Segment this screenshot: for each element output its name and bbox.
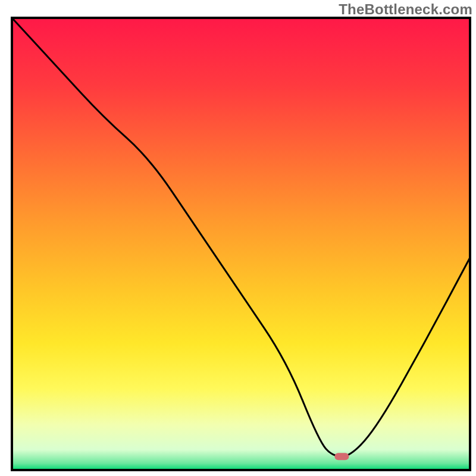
bottleneck-chart	[0, 0, 476, 476]
chart-canvas: TheBottleneck.com	[0, 0, 476, 476]
gradient-background	[12, 18, 470, 470]
optimal-marker	[334, 453, 349, 460]
